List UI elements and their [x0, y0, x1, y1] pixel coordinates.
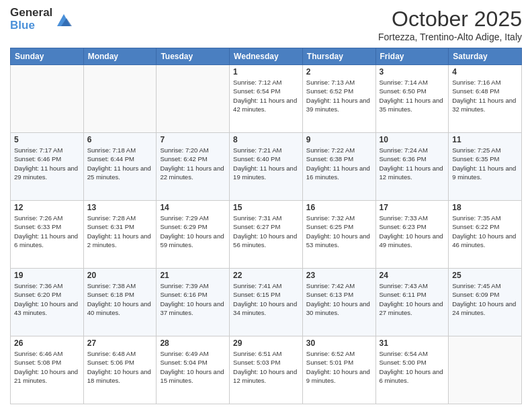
day-info: Sunrise: 7:43 AM Sunset: 6:11 PM Dayligh…: [380, 281, 445, 317]
day-number: 29: [233, 338, 299, 348]
day-cell-0-4: 2Sunrise: 7:13 AM Sunset: 6:52 PM Daylig…: [302, 65, 375, 133]
day-cell-0-5: 3Sunrise: 7:14 AM Sunset: 6:50 PM Daylig…: [375, 65, 449, 133]
day-info: Sunrise: 7:18 AM Sunset: 6:44 PM Dayligh…: [87, 146, 153, 181]
day-cell-3-4: 23Sunrise: 7:42 AM Sunset: 6:13 PM Dayli…: [302, 269, 375, 336]
day-cell-4-4: 30Sunrise: 6:52 AM Sunset: 5:01 PM Dayli…: [302, 336, 375, 404]
day-cell-1-5: 10Sunrise: 7:24 AM Sunset: 6:36 PM Dayli…: [375, 133, 449, 201]
day-cell-1-0: 5Sunrise: 7:17 AM Sunset: 6:46 PM Daylig…: [11, 133, 84, 201]
logo-icon: [54, 10, 73, 29]
day-cell-2-3: 15Sunrise: 7:31 AM Sunset: 6:27 PM Dayli…: [230, 201, 303, 269]
day-number: 2: [306, 67, 372, 77]
day-info: Sunrise: 7:33 AM Sunset: 6:23 PM Dayligh…: [380, 214, 445, 249]
day-cell-1-3: 8Sunrise: 7:21 AM Sunset: 6:40 PM Daylig…: [230, 133, 303, 201]
day-info: Sunrise: 7:41 AM Sunset: 6:15 PM Dayligh…: [233, 281, 299, 317]
day-cell-3-6: 25Sunrise: 7:45 AM Sunset: 6:09 PM Dayli…: [449, 269, 522, 336]
day-number: 16: [306, 203, 372, 212]
logo-text: General Blue: [10, 7, 52, 32]
day-number: 13: [87, 203, 153, 212]
day-info: Sunrise: 7:32 AM Sunset: 6:25 PM Dayligh…: [306, 214, 372, 249]
day-number: 22: [233, 271, 299, 280]
day-number: 27: [87, 338, 153, 348]
day-number: 8: [233, 135, 299, 144]
day-number: 11: [452, 135, 518, 144]
day-info: Sunrise: 7:14 AM Sunset: 6:50 PM Dayligh…: [380, 78, 445, 113]
day-info: Sunrise: 7:25 AM Sunset: 6:35 PM Dayligh…: [452, 146, 518, 181]
day-info: Sunrise: 6:48 AM Sunset: 5:06 PM Dayligh…: [87, 349, 153, 385]
day-cell-0-0: [11, 65, 84, 133]
day-number: 9: [306, 135, 372, 144]
day-cell-1-6: 11Sunrise: 7:25 AM Sunset: 6:35 PM Dayli…: [449, 133, 522, 201]
week-row-4: 19Sunrise: 7:36 AM Sunset: 6:20 PM Dayli…: [11, 269, 522, 336]
day-cell-3-1: 20Sunrise: 7:38 AM Sunset: 6:18 PM Dayli…: [83, 269, 157, 336]
day-number: 6: [87, 135, 153, 144]
day-cell-2-4: 16Sunrise: 7:32 AM Sunset: 6:25 PM Dayli…: [302, 201, 375, 269]
day-number: 15: [233, 203, 299, 212]
day-cell-3-3: 22Sunrise: 7:41 AM Sunset: 6:15 PM Dayli…: [230, 269, 303, 336]
header-thursday: Thursday: [302, 48, 375, 65]
day-cell-3-2: 21Sunrise: 7:39 AM Sunset: 6:16 PM Dayli…: [157, 269, 230, 336]
day-info: Sunrise: 7:29 AM Sunset: 6:29 PM Dayligh…: [160, 214, 226, 249]
day-cell-0-3: 1Sunrise: 7:12 AM Sunset: 6:54 PM Daylig…: [230, 65, 303, 133]
day-cell-4-2: 28Sunrise: 6:49 AM Sunset: 5:04 PM Dayli…: [157, 336, 230, 404]
day-info: Sunrise: 7:28 AM Sunset: 6:31 PM Dayligh…: [87, 214, 153, 249]
day-number: 3: [380, 67, 445, 77]
day-cell-4-6: [449, 336, 522, 404]
day-info: Sunrise: 7:17 AM Sunset: 6:46 PM Dayligh…: [14, 146, 80, 181]
header-monday: Monday: [83, 48, 157, 65]
day-number: 28: [160, 338, 226, 348]
day-cell-2-0: 12Sunrise: 7:26 AM Sunset: 6:33 PM Dayli…: [11, 201, 84, 269]
weekday-header-row: Sunday Monday Tuesday Wednesday Thursday…: [11, 48, 522, 65]
day-number: 25: [452, 271, 518, 280]
location: Fortezza, Trentino-Alto Adige, Italy: [378, 32, 522, 42]
day-number: 1: [233, 67, 299, 77]
logo-blue: Blue: [10, 19, 52, 32]
day-info: Sunrise: 7:35 AM Sunset: 6:22 PM Dayligh…: [452, 214, 518, 249]
day-cell-4-0: 26Sunrise: 6:46 AM Sunset: 5:08 PM Dayli…: [11, 336, 84, 404]
header-friday: Friday: [375, 48, 449, 65]
day-cell-0-1: [83, 65, 157, 133]
day-number: 5: [14, 135, 80, 144]
day-number: 30: [306, 338, 372, 348]
header-tuesday: Tuesday: [157, 48, 230, 65]
week-row-5: 26Sunrise: 6:46 AM Sunset: 5:08 PM Dayli…: [11, 336, 522, 404]
day-info: Sunrise: 7:13 AM Sunset: 6:52 PM Dayligh…: [306, 78, 372, 113]
day-info: Sunrise: 7:39 AM Sunset: 6:16 PM Dayligh…: [160, 281, 226, 317]
logo-general: General: [10, 7, 52, 19]
day-number: 4: [452, 67, 518, 77]
day-info: Sunrise: 7:38 AM Sunset: 6:18 PM Dayligh…: [87, 281, 153, 317]
day-info: Sunrise: 6:54 AM Sunset: 5:00 PM Dayligh…: [380, 349, 445, 385]
header-wednesday: Wednesday: [230, 48, 303, 65]
week-row-2: 5Sunrise: 7:17 AM Sunset: 6:46 PM Daylig…: [11, 133, 522, 201]
day-number: 26: [14, 338, 80, 348]
day-info: Sunrise: 7:24 AM Sunset: 6:36 PM Dayligh…: [380, 146, 445, 181]
day-info: Sunrise: 7:31 AM Sunset: 6:27 PM Dayligh…: [233, 214, 299, 249]
day-info: Sunrise: 7:16 AM Sunset: 6:48 PM Dayligh…: [452, 78, 518, 113]
day-cell-2-6: 18Sunrise: 7:35 AM Sunset: 6:22 PM Dayli…: [449, 201, 522, 269]
day-number: 21: [160, 271, 226, 280]
day-cell-2-1: 13Sunrise: 7:28 AM Sunset: 6:31 PM Dayli…: [83, 201, 157, 269]
day-cell-0-6: 4Sunrise: 7:16 AM Sunset: 6:48 PM Daylig…: [449, 65, 522, 133]
day-number: 24: [380, 271, 445, 280]
day-number: 23: [306, 271, 372, 280]
day-info: Sunrise: 6:51 AM Sunset: 5:03 PM Dayligh…: [233, 349, 299, 385]
day-cell-3-5: 24Sunrise: 7:43 AM Sunset: 6:11 PM Dayli…: [375, 269, 449, 336]
title-section: October 2025 Fortezza, Trentino-Alto Adi…: [378, 7, 522, 42]
day-info: Sunrise: 7:20 AM Sunset: 6:42 PM Dayligh…: [160, 146, 226, 181]
week-row-3: 12Sunrise: 7:26 AM Sunset: 6:33 PM Dayli…: [11, 201, 522, 269]
day-number: 19: [14, 271, 80, 280]
day-number: 18: [452, 203, 518, 212]
day-number: 31: [380, 338, 445, 348]
day-info: Sunrise: 7:12 AM Sunset: 6:54 PM Dayligh…: [233, 78, 299, 113]
day-info: Sunrise: 7:36 AM Sunset: 6:20 PM Dayligh…: [14, 281, 80, 317]
day-cell-3-0: 19Sunrise: 7:36 AM Sunset: 6:20 PM Dayli…: [11, 269, 84, 336]
day-info: Sunrise: 6:52 AM Sunset: 5:01 PM Dayligh…: [306, 349, 372, 385]
week-row-1: 1Sunrise: 7:12 AM Sunset: 6:54 PM Daylig…: [11, 65, 522, 133]
header-sunday: Sunday: [11, 48, 84, 65]
day-info: Sunrise: 6:46 AM Sunset: 5:08 PM Dayligh…: [14, 349, 80, 385]
day-number: 20: [87, 271, 153, 280]
header-saturday: Saturday: [449, 48, 522, 65]
day-number: 14: [160, 203, 226, 212]
logo: General Blue: [10, 7, 73, 32]
day-info: Sunrise: 6:49 AM Sunset: 5:04 PM Dayligh…: [160, 349, 226, 385]
day-cell-2-5: 17Sunrise: 7:33 AM Sunset: 6:23 PM Dayli…: [375, 201, 449, 269]
